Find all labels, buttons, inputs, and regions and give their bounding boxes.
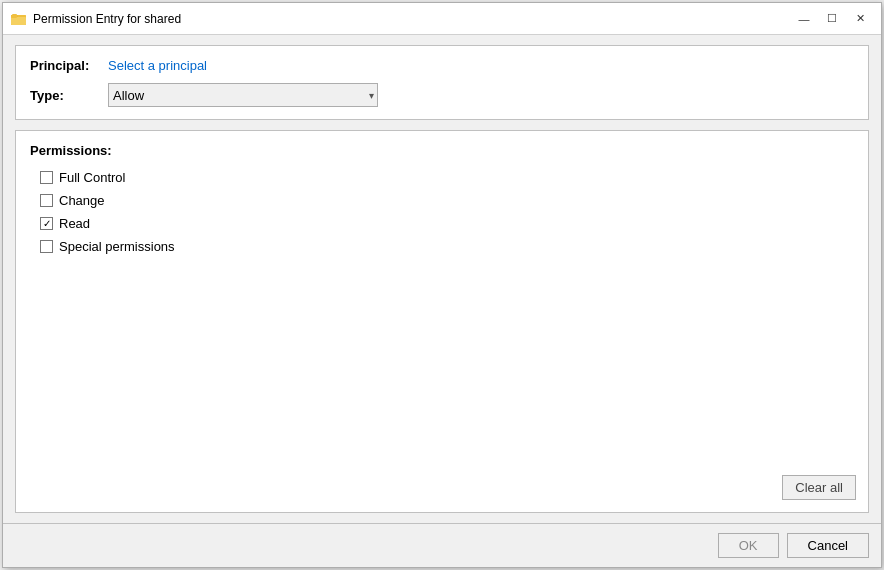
permission-label-change: Change [59, 193, 105, 208]
permission-item-read: Read [40, 216, 854, 231]
permissions-section: Permissions: Full Control Change Read Sp… [15, 130, 869, 513]
dialog-body: Principal: Select a principal Type: Allo… [3, 35, 881, 523]
checkbox-read[interactable] [40, 217, 53, 230]
principal-label: Principal: [30, 58, 100, 73]
principal-row: Principal: Select a principal [30, 58, 854, 73]
checkbox-special-permissions[interactable] [40, 240, 53, 253]
svg-rect-3 [11, 17, 26, 25]
permission-item-change: Change [40, 193, 854, 208]
clear-all-button[interactable]: Clear all [782, 475, 856, 500]
checkbox-full-control[interactable] [40, 171, 53, 184]
permission-entry-dialog: Permission Entry for shared — ☐ ✕ Princi… [2, 2, 882, 568]
title-bar-text: Permission Entry for shared [33, 12, 791, 26]
permissions-title: Permissions: [30, 143, 854, 158]
title-bar-controls: — ☐ ✕ [791, 6, 873, 32]
close-button[interactable]: ✕ [847, 6, 873, 32]
minimize-button[interactable]: — [791, 6, 817, 32]
permission-item-full-control: Full Control [40, 170, 854, 185]
type-row: Type: Allow Deny [30, 83, 854, 107]
select-principal-link[interactable]: Select a principal [108, 58, 207, 73]
permission-item-special: Special permissions [40, 239, 854, 254]
dialog-footer: OK Cancel [3, 523, 881, 567]
title-bar: Permission Entry for shared — ☐ ✕ [3, 3, 881, 35]
top-section: Principal: Select a principal Type: Allo… [15, 45, 869, 120]
permission-label-read: Read [59, 216, 90, 231]
ok-button[interactable]: OK [718, 533, 779, 558]
maximize-button[interactable]: ☐ [819, 6, 845, 32]
cancel-button[interactable]: Cancel [787, 533, 869, 558]
permissions-list: Full Control Change Read Special permiss… [30, 170, 854, 254]
type-select[interactable]: Allow Deny [108, 83, 378, 107]
type-select-wrapper: Allow Deny [108, 83, 378, 107]
dialog-icon [11, 11, 27, 27]
type-label: Type: [30, 88, 100, 103]
svg-rect-5 [12, 14, 17, 16]
permission-label-full-control: Full Control [59, 170, 125, 185]
checkbox-change[interactable] [40, 194, 53, 207]
permission-label-special: Special permissions [59, 239, 175, 254]
